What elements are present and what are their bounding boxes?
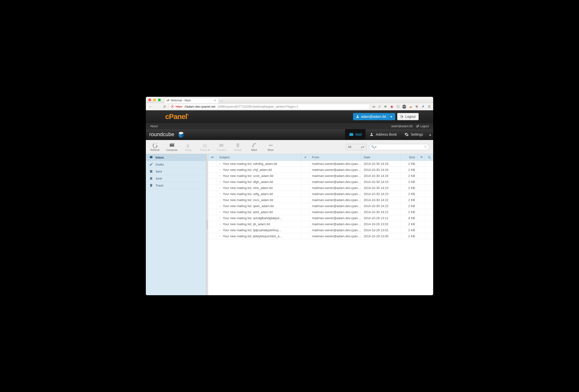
delete-button[interactable]: Delete: [232, 143, 243, 151]
row-star[interactable]: [301, 191, 309, 197]
row-star[interactable]: [301, 209, 309, 215]
row-star[interactable]: [301, 179, 309, 185]
user-menu-button[interactable]: adam@adam.tld ▾: [353, 113, 395, 120]
svg-point-3: [270, 145, 271, 146]
info-ext-icon[interactable]: ⓘ: [396, 105, 400, 109]
maximize-window-button[interactable]: [158, 98, 161, 101]
bookmark-star-icon[interactable]: ☆: [378, 105, 381, 109]
folder-drafts[interactable]: Drafts: [146, 161, 206, 168]
folder-trash[interactable]: Trash: [146, 182, 206, 189]
unread-bullet-icon: ●: [219, 181, 220, 183]
message-row[interactable]: ●Your new mailing list: xdhdhg_adam.tldm…: [208, 161, 433, 167]
cloud-ext-icon[interactable]: ☁: [409, 105, 412, 109]
message-row[interactable]: ●Your new mailing list: adsf_adam.tldmai…: [208, 209, 433, 215]
about-link[interactable]: About: [150, 125, 158, 128]
color-ext-icon[interactable]: ◉: [390, 105, 394, 109]
search-input[interactable]: 🔍▾ ⓧ: [369, 144, 429, 150]
row-flag[interactable]: [418, 161, 426, 167]
reload-button[interactable]: ⟳: [162, 105, 167, 109]
browser-tab[interactable]: cP Webmail - Main ✕: [164, 98, 219, 103]
row-star[interactable]: [301, 221, 309, 227]
row-flag[interactable]: [418, 209, 426, 215]
row-flag[interactable]: [418, 221, 426, 227]
row-flag[interactable]: [418, 197, 426, 203]
tab-addressbook[interactable]: Address Book: [365, 129, 401, 140]
evernote-ext-icon[interactable]: ❋: [383, 105, 387, 109]
more-label: More: [268, 148, 274, 151]
row-star[interactable]: [301, 233, 309, 239]
menu-icon[interactable]: ☰: [427, 105, 431, 109]
folder-list: Inbox Drafts Sent Junk Trash: [146, 154, 206, 295]
tab-more-dropdown[interactable]: ▴: [427, 129, 433, 140]
row-star[interactable]: [301, 167, 309, 173]
forward-button[interactable]: →: [155, 105, 160, 109]
message-row[interactable]: ●Your new mailing list: scvb_adam.tldmai…: [208, 173, 433, 179]
minimize-window-button[interactable]: [153, 98, 156, 101]
column-date[interactable]: Date: [361, 154, 401, 161]
close-tab-icon[interactable]: ✕: [214, 99, 216, 102]
row-star[interactable]: [301, 197, 309, 203]
clear-search-icon[interactable]: ⓧ: [424, 145, 427, 149]
row-flag[interactable]: [418, 203, 426, 209]
row-star[interactable]: [301, 227, 309, 233]
address-bar[interactable]: ✕ https ://adam.dev.cpanel.net :2096/cps…: [169, 104, 370, 110]
compose-button[interactable]: + Compose: [166, 143, 177, 151]
row-flag[interactable]: [418, 185, 426, 191]
message-row[interactable]: ●Your new mailing list: xfcb_adam.tldmai…: [208, 185, 433, 191]
row-attachment: [426, 161, 433, 167]
column-resize-handle[interactable]: [206, 154, 208, 295]
message-row[interactable]: ●Your new mailing list: qwer_adam.tldmai…: [208, 203, 433, 209]
topbar-logout-link[interactable]: Logout: [416, 125, 429, 128]
x-ext-icon[interactable]: ✗: [421, 105, 425, 109]
column-subject[interactable]: Subject: [217, 154, 301, 161]
row-flag[interactable]: [418, 179, 426, 185]
column-flag[interactable]: ⚑: [418, 154, 426, 161]
forward-button[interactable]: Forward: [216, 143, 227, 151]
message-row[interactable]: ●Your new mailing list: ashdgfkahdgfakjs…: [208, 215, 433, 221]
message-row[interactable]: ●Your new mailing list: dfgh_adam.tldmai…: [208, 179, 433, 185]
ghost-ext-icon[interactable]: 👻: [415, 105, 419, 109]
tab-settings[interactable]: Settings: [401, 129, 427, 140]
message-row[interactable]: ●Your new mailing list: zxcv_adam.tldmai…: [208, 197, 433, 203]
row-star[interactable]: [301, 215, 309, 221]
message-row[interactable]: ●Your new mailing list: fjdjksahlakjsbhf…: [208, 227, 433, 233]
message-row[interactable]: ●Your new mailing list: jib_adam.tldmail…: [208, 221, 433, 227]
row-star[interactable]: [301, 173, 309, 179]
row-flag[interactable]: [418, 227, 426, 233]
row-star[interactable]: [301, 161, 309, 167]
column-size[interactable]: Size: [401, 154, 418, 161]
row-attachment: [426, 173, 433, 179]
abp-ext-icon[interactable]: ABP: [402, 105, 406, 109]
folder-sent[interactable]: Sent: [146, 168, 206, 175]
message-row[interactable]: ●Your new mailing list: chjf_adam.tldmai…: [208, 167, 433, 173]
logout-button[interactable]: Logout: [397, 113, 419, 120]
refresh-button[interactable]: Refresh: [150, 143, 160, 151]
message-row[interactable]: ●Your new mailing list: jibblybisquichtd…: [208, 233, 433, 239]
column-star[interactable]: ★: [301, 154, 309, 161]
filter-select[interactable]: All ▴▾: [346, 144, 366, 150]
column-from[interactable]: From: [309, 154, 361, 161]
tab-mail[interactable]: Mail: [345, 129, 366, 140]
folder-inbox[interactable]: Inbox: [146, 154, 206, 161]
message-row[interactable]: ●Your new mailing list: sdfg_adam.tldmai…: [208, 191, 433, 197]
column-options-button[interactable]: ▾: [208, 154, 217, 161]
row-star[interactable]: [301, 203, 309, 209]
folder-junk[interactable]: Junk: [146, 175, 206, 182]
back-button[interactable]: ←: [148, 105, 153, 109]
row-flag[interactable]: [418, 215, 426, 221]
new-tab-button[interactable]: ▱: [220, 98, 223, 103]
replyall-button[interactable]: Reply all: [200, 143, 210, 151]
row-flag[interactable]: [418, 191, 426, 197]
close-window-button[interactable]: [148, 98, 151, 101]
reply-button[interactable]: Reply: [183, 143, 194, 151]
row-from: mailman-owner@adam.dev.cpan…: [309, 185, 361, 191]
row-flag[interactable]: [418, 167, 426, 173]
row-flag[interactable]: [418, 233, 426, 239]
row-from: mailman-owner@adam.dev.cpan…: [309, 227, 361, 233]
device-icon[interactable]: ▭: [372, 105, 376, 109]
column-attachment[interactable]: 📎: [426, 154, 433, 161]
more-button[interactable]: More: [265, 143, 276, 151]
mark-button[interactable]: Mark: [249, 143, 260, 151]
row-flag[interactable]: [418, 173, 426, 179]
row-star[interactable]: [301, 185, 309, 191]
